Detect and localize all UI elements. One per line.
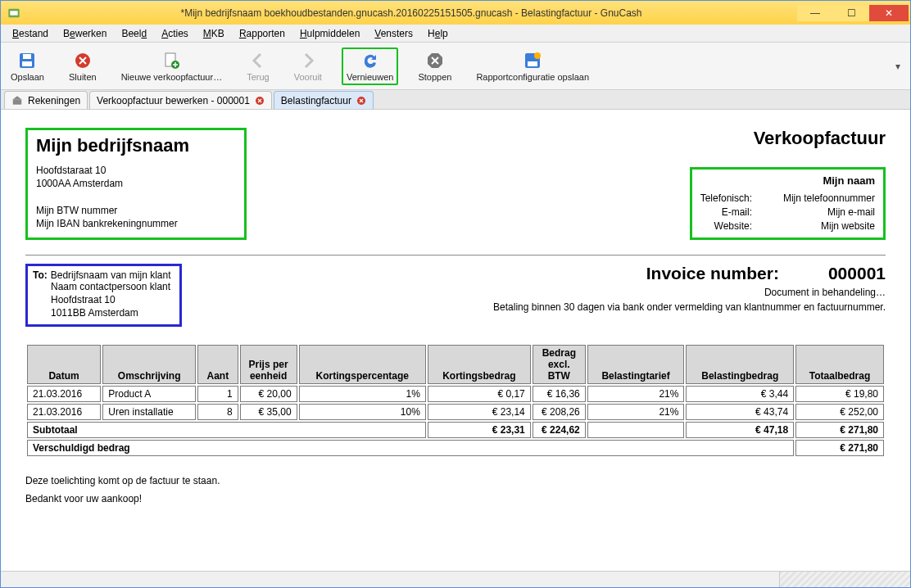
tab-belastingfactuur[interactable]: Belastingfactuur	[274, 91, 374, 109]
save-icon	[17, 51, 37, 70]
svg-point-11	[534, 52, 541, 59]
new-invoice-button[interactable]: Nieuwe verkoopfactuur…	[116, 47, 228, 85]
col-kortingsperc: Kortingspercentage	[299, 345, 426, 384]
col-totaal: Totaalbedrag	[795, 345, 884, 384]
stop-icon	[425, 51, 445, 70]
company-block: Mijn bedrijfsnaam Hoofdstaraat 10 1000AA…	[25, 128, 247, 240]
close-button[interactable]: ✕	[869, 5, 909, 21]
col-prijs: Prijs per eenheid	[240, 345, 297, 384]
invoice-header: Mijn bedrijfsnaam Hoofdstaraat 10 1000AA…	[25, 128, 886, 240]
svg-rect-1	[10, 11, 17, 15]
tabstrip: Rekeningen Verkoopfactuur bewerken - 000…	[1, 90, 910, 110]
document-status: Document in behandeling…	[493, 287, 886, 298]
company-address: Hoofdstaraat 10 1000AA Amsterdam	[36, 165, 236, 190]
tab-verkoopfactuur-bewerken[interactable]: Verkoopfactuur bewerken - 000001	[89, 91, 272, 109]
menu-rapporten[interactable]: Rapporten	[233, 26, 292, 41]
tab-rekeningen[interactable]: Rekeningen	[4, 91, 88, 109]
refresh-icon	[360, 51, 380, 70]
footer-notes: Deze toelichting komt op de factuur te s…	[25, 473, 886, 508]
save-config-icon	[523, 51, 542, 70]
forward-arrow-icon	[298, 51, 318, 70]
app-window: *Mijn bedrijfsnaam boekhoudbestanden.gnu…	[0, 0, 911, 588]
invoice-number: 000001	[828, 264, 886, 283]
contact-box: Mijn naam Telefonisch:Mijn telefoonnumme…	[690, 167, 886, 240]
back-button: Terug	[242, 47, 274, 85]
svg-rect-10	[528, 61, 537, 66]
invoice-type: Verkoopfactuur	[690, 128, 886, 149]
save-button[interactable]: Opslaan	[6, 47, 49, 85]
forward-button: Vooruit	[289, 47, 327, 85]
svg-marker-13	[12, 96, 22, 100]
divider	[25, 255, 886, 256]
recipient-block: To:Bedrijfsnaam van mijn klant Naam cont…	[25, 264, 182, 327]
due-row: Verschuldigd bedrag € 271,80	[27, 440, 884, 456]
close-icon	[73, 51, 93, 70]
col-bedrag-excl: Bedrag excl. BTW	[533, 345, 586, 384]
menubar: Bestand Bewerken Beeld Acties MKB Rappor…	[1, 25, 910, 43]
tab-close-icon[interactable]	[356, 96, 366, 106]
table-row: 21.03.2016 Product A 1 € 20,00 1% € 0,17…	[27, 386, 884, 402]
back-arrow-icon	[248, 51, 268, 70]
invoice-number-label: Invoice number:	[646, 264, 779, 283]
col-aant: Aant	[197, 345, 238, 384]
toolbar-overflow[interactable]: ▾	[891, 61, 905, 72]
report-content: Mijn bedrijfsnaam Hoofdstaraat 10 1000AA…	[1, 110, 910, 571]
menu-hulpmiddelen[interactable]: Hulpmiddelen	[293, 26, 366, 41]
new-doc-icon	[161, 51, 181, 70]
subtotal-row: Subtotaal € 23,31 € 224,62 € 47,18 € 271…	[27, 422, 884, 438]
refresh-button[interactable]: Vernieuwen	[342, 47, 399, 85]
save-report-config-button[interactable]: Rapportconfiguratie opslaan	[471, 47, 594, 85]
invoice-number-block: Invoice number: 000001 Document in behan…	[493, 264, 886, 313]
resize-grip[interactable]	[779, 572, 910, 587]
menu-help[interactable]: Help	[421, 26, 455, 41]
svg-rect-3	[22, 61, 32, 66]
minimize-button[interactable]: —	[797, 5, 833, 21]
maximize-button[interactable]: ☐	[833, 5, 869, 21]
col-datum: Datum	[27, 345, 101, 384]
menu-vensters[interactable]: Vensters	[368, 26, 419, 41]
tab-close-icon[interactable]	[255, 96, 265, 106]
svg-rect-12	[13, 99, 22, 104]
menu-beeld[interactable]: Beeld	[115, 26, 153, 41]
invoice-right-block: Verkoopfactuur Mijn naam Telefonisch:Mij…	[690, 128, 886, 240]
close-tab-button[interactable]: Sluiten	[64, 47, 102, 85]
accounts-icon	[11, 95, 23, 106]
menu-bewerken[interactable]: Bewerken	[57, 26, 113, 41]
titlebar: *Mijn bedrijfsnaam boekhoudbestanden.gnu…	[1, 1, 910, 25]
company-vat-iban: Mijn BTW nummer Mijn IBAN bankrekeningnu…	[36, 205, 236, 230]
toolbar: Opslaan Sluiten Nieuwe verkoopfactuur… T…	[1, 43, 910, 90]
window-controls: — ☐ ✕	[797, 5, 909, 21]
menu-bestand[interactable]: Bestand	[6, 26, 55, 41]
window-title: *Mijn bedrijfsnaam boekhoudbestanden.gnu…	[25, 7, 797, 19]
svg-rect-4	[23, 54, 31, 59]
invoice-table: Datum Omschrijving Aant Prijs per eenhei…	[25, 343, 886, 458]
menu-acties[interactable]: Acties	[155, 26, 195, 41]
contact-name: Mijn naam	[700, 174, 875, 187]
payment-note: Betaling binnen 30 dagen via bank onder …	[493, 301, 886, 313]
menu-mkb[interactable]: MKB	[197, 26, 231, 41]
col-belastingtarief: Belastingtarief	[587, 345, 685, 384]
mid-row: To:Bedrijfsnaam van mijn klant Naam cont…	[25, 264, 886, 327]
app-icon	[7, 7, 20, 20]
statusbar	[1, 571, 910, 587]
col-kortingsbedrag: Kortingsbedrag	[428, 345, 531, 384]
stop-button[interactable]: Stoppen	[413, 47, 456, 85]
col-belastingbedrag: Belastingbedrag	[686, 345, 794, 384]
table-row: 21.03.2016 Uren installatie 8 € 35,00 10…	[27, 404, 884, 420]
company-name: Mijn bedrijfsnaam	[36, 135, 236, 156]
col-omschrijving: Omschrijving	[102, 345, 196, 384]
